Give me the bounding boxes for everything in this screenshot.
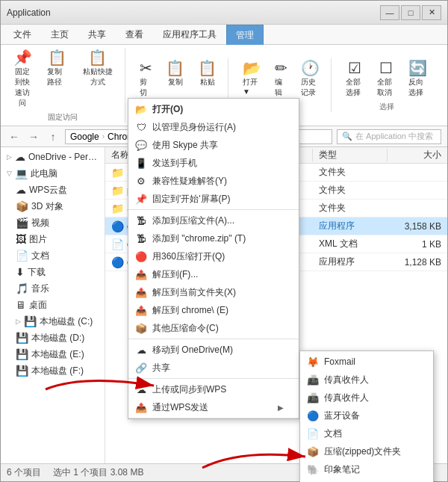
tab-file[interactable]: 文件 bbox=[4, 25, 41, 44]
ctx-evernote-icon: 🐘 bbox=[306, 464, 320, 475]
sidebar-item-docs[interactable]: 📄 文档 bbox=[1, 247, 105, 264]
docs-icon: 📄 bbox=[16, 250, 28, 262]
ribbon-group-clipboard-buttons: ✂ 剪切 📋 复制 📋 粘贴 bbox=[134, 58, 222, 100]
ctx-extract[interactable]: 📤 解压到(F)... bbox=[128, 265, 299, 283]
ctx-share[interactable]: 🔗 共享 bbox=[128, 359, 299, 377]
sidebar-item-disk-d[interactable]: 💾 本地磁盘 (D:) bbox=[1, 330, 105, 346]
tab-home[interactable]: 主页 bbox=[41, 25, 78, 44]
sidebar-item-music[interactable]: 🎵 音乐 bbox=[1, 280, 105, 297]
ribbon-group-select: ☑ 全部选择 ☐ 全部取消 🔄 反向选择 选择 bbox=[340, 58, 438, 112]
file-type-0: 文件夹 bbox=[313, 166, 388, 179]
sidebar-item-onedrive[interactable]: ▷ ☁ OneDrive - Perso... bbox=[1, 149, 105, 165]
sidebar-label-onedrive: OneDrive - Perso... bbox=[28, 152, 99, 162]
ctx-sendphone-icon: 📱 bbox=[134, 158, 148, 169]
col-size[interactable]: 大小 bbox=[388, 149, 447, 161]
sidebar-label-disk-e: 本地磁盘 (E:) bbox=[31, 348, 99, 361]
file-size-3: 3,158 KB bbox=[388, 221, 447, 232]
ribbon-btn-selectall[interactable]: ☑ 全部选择 bbox=[340, 58, 369, 100]
ctx-sendto-fax2[interactable]: 📠 传真收件人 bbox=[300, 389, 433, 407]
ctx-extract-chrome[interactable]: 📤 解压到 chrome\ (E) bbox=[128, 301, 299, 319]
ctx-addchrome-zip[interactable]: 🗜 添加到 "chrome.zip" (T) bbox=[128, 229, 299, 247]
ribbon-btn-open[interactable]: 📂 打开 ▼ bbox=[237, 58, 267, 100]
sidebar-item-video[interactable]: 🎬 视频 bbox=[1, 214, 105, 231]
ribbon-btn-invertsel[interactable]: 🔄 反向选择 bbox=[403, 58, 432, 100]
search-box[interactable]: 🔍 在 Application 中搜索 bbox=[337, 129, 441, 144]
ctx-sendto-evernote[interactable]: 🐘 印象笔记 bbox=[300, 460, 433, 478]
ctx-open-text: 打开(O) bbox=[152, 103, 284, 116]
paste-icon: 📋 bbox=[198, 61, 217, 75]
tab-view[interactable]: 查看 bbox=[116, 25, 153, 44]
file-size-5: 1,128 KB bbox=[388, 257, 447, 268]
ctx-share-icon: 🔗 bbox=[134, 362, 148, 374]
ctx-runas-admin[interactable]: 🛡 以管理员身份运行(A) bbox=[128, 118, 299, 136]
ctx-fax1-icon: 📠 bbox=[306, 374, 320, 386]
ctx-wps-sync[interactable]: ☁ 上传或同步到WPS bbox=[128, 380, 299, 398]
sidebar-item-desktop[interactable]: 🖥 桌面 bbox=[1, 297, 105, 313]
file-size-4: 1 KB bbox=[388, 239, 447, 250]
sidebar-item-disk-f[interactable]: 💾 本地磁盘 (F:) bbox=[1, 362, 105, 379]
tab-share[interactable]: 共享 bbox=[78, 25, 116, 44]
ctx-extract-here[interactable]: 📤 解压到当前文件夹(X) bbox=[128, 283, 299, 301]
ribbon-btn-pasteshortcut[interactable]: 📋 粘贴快捷方式 bbox=[76, 48, 119, 111]
ctx-onedrive-text: 移动到 OneDrive(M) bbox=[152, 344, 284, 356]
sidebar-item-3d[interactable]: 📦 3D 对象 bbox=[1, 198, 105, 214]
ctx-wps-send[interactable]: 📤 通过WPS发送 ▶ bbox=[128, 398, 299, 416]
sidebar-label-pc: 此电脑 bbox=[31, 167, 99, 180]
ctx-extractchrome-icon: 📤 bbox=[134, 305, 148, 316]
ctx-sendphone[interactable]: 📱 发送到手机 bbox=[128, 154, 299, 172]
tab-manage[interactable]: 管理 bbox=[226, 25, 264, 45]
maximize-button[interactable]: □ bbox=[401, 5, 420, 20]
ctx-onedrive-icon: ☁ bbox=[134, 344, 148, 356]
sidebar-label-music: 音乐 bbox=[31, 282, 99, 295]
back-button[interactable]: ← bbox=[7, 129, 22, 144]
ctx-docs-icon: 📄 bbox=[306, 428, 320, 439]
ctx-360zip[interactable]: 🔴 用360压缩打开(Q) bbox=[128, 247, 299, 265]
sidebar-item-pictures[interactable]: 🖼 图片 bbox=[1, 231, 105, 247]
up-button[interactable]: ↑ bbox=[46, 129, 60, 144]
ctx-sendto-bluetooth[interactable]: 🔵 蓝牙设备 bbox=[300, 407, 433, 424]
ctx-foxmail-text: Foxmail bbox=[324, 356, 418, 367]
ctx-sendto-fax1[interactable]: 📠 传真收件人 bbox=[300, 371, 433, 389]
folder-icon-1: 📁 bbox=[111, 185, 124, 197]
selectall-icon: ☑ bbox=[348, 61, 361, 75]
tab-apptools[interactable]: 应用程序工具 bbox=[153, 25, 226, 44]
video-icon: 🎬 bbox=[16, 217, 28, 229]
copypath-icon: 📋 bbox=[48, 50, 66, 65]
col-type[interactable]: 类型 bbox=[313, 149, 388, 161]
forward-button[interactable]: → bbox=[26, 129, 41, 144]
ctx-addzip[interactable]: 🗜 添加到压缩文件(A)... bbox=[128, 211, 299, 229]
sidebar-item-wps[interactable]: ☁ WPS云盘 bbox=[1, 182, 105, 198]
ctx-compat[interactable]: ⚙ 兼容性疑难解答(Y) bbox=[128, 172, 299, 190]
ctx-pin-start[interactable]: 📌 固定到'开始'屏幕(P) bbox=[128, 190, 299, 208]
ctx-open[interactable]: 📂 打开(O) bbox=[128, 100, 299, 118]
ctx-skype[interactable]: 💬 使用 Skype 共享 bbox=[128, 136, 299, 154]
selectall-label: 全部选择 bbox=[346, 77, 364, 98]
close-button[interactable]: ✕ bbox=[422, 5, 441, 20]
paste-label: 粘贴 bbox=[200, 77, 215, 87]
ribbon-btn-paste[interactable]: 📋 粘贴 bbox=[193, 58, 222, 100]
ctx-sendto-docs[interactable]: 📄 文档 bbox=[300, 424, 433, 442]
sidebar-item-disk-c[interactable]: ▷ 💾 本地磁盘 (C:) bbox=[1, 313, 105, 330]
ribbon-btn-pin[interactable]: 📌 固定到快速访问 bbox=[7, 48, 39, 111]
path-google[interactable]: Google bbox=[70, 132, 99, 142]
file-type-4: XML 文档 bbox=[313, 238, 388, 250]
ctx-move-onedrive[interactable]: ☁ 移动到 OneDrive(M) bbox=[128, 341, 299, 359]
ribbon-btn-copypath[interactable]: 📋 复制路径 bbox=[42, 48, 74, 111]
ribbon-btn-edit[interactable]: ✏ 编辑 bbox=[270, 58, 293, 100]
ctx-sendto-email[interactable]: 📧 邮件收件人 bbox=[300, 478, 433, 482]
sidebar-item-pc[interactable]: ▽ 💻 此电脑 bbox=[1, 165, 105, 182]
ctx-more-zip[interactable]: 📦 其他压缩命令(C) bbox=[128, 319, 299, 337]
sidebar-item-downloads[interactable]: ⬇ 下载 bbox=[1, 264, 105, 280]
ribbon-btn-copy[interactable]: 📋 复制 bbox=[161, 58, 190, 100]
ctx-sendto-foxmail[interactable]: 🦊 Foxmail bbox=[300, 353, 433, 371]
expand-icon-pc: ▽ bbox=[7, 170, 12, 177]
sidebar-item-disk-e[interactable]: 💾 本地磁盘 (E:) bbox=[1, 346, 105, 362]
ribbon-btn-selectnone[interactable]: ☐ 全部取消 bbox=[372, 58, 400, 100]
expand-icon-c: ▷ bbox=[16, 318, 21, 325]
status-count: 6 个项目 bbox=[7, 466, 41, 479]
ribbon-btn-history[interactable]: 🕐 历史记录 bbox=[296, 58, 325, 100]
minimize-button[interactable]: — bbox=[380, 5, 399, 20]
ctx-sendto-zipfolder[interactable]: 📦 压缩(zipped)文件夹 bbox=[300, 442, 433, 460]
sidebar-label-desktop: 桌面 bbox=[29, 299, 99, 312]
ribbon-btn-cut[interactable]: ✂ 剪切 bbox=[134, 58, 158, 100]
